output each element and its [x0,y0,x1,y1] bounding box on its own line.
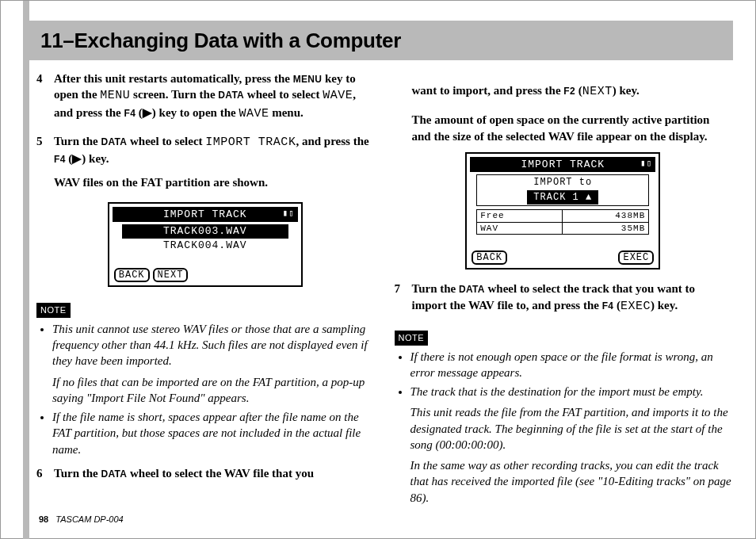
play-icon: ▶ [72,151,82,165]
lcd-screenshot-1: IMPORT TRACK ▮▯ TRACK003.WAV TRACK004.WA… [108,202,303,288]
lcd-back-button: BACK [114,268,150,282]
step-5-sub: WAV files on the FAT partition are shown… [36,174,374,190]
lcd-back-button: BACK [472,250,507,265]
step-5: 5 Turn the DATA wheel to select IMPORT T… [36,133,374,167]
page-footer: 98 TASCAM DP-004 [39,514,124,524]
step-number: 7 [395,281,401,296]
lcd-next-button: NEXT [153,268,189,282]
note-item: The track that is the destination for th… [410,384,732,506]
note-item: If the file name is short, spaces appear… [52,409,374,457]
lcd-header: IMPORT TRACK ▮▯ [470,157,655,173]
note-item: This unit cannot use stereo WAV files or… [52,321,374,406]
play-icon: ▶ [143,105,152,119]
lcd-softkeys: BACK EXEC [472,250,654,265]
right-column: want to import, and press the F2 (NEXT) … [395,71,732,507]
lcd-screenshot-2: IMPORT TRACK ▮▯ IMPORT to TRACK 1 ▲ Free… [465,152,660,270]
product-model: TASCAM DP-004 [55,514,123,524]
lcd-selected-row: TRACK003.WAV [122,224,288,239]
step-6-cont: want to import, and press the F2 (NEXT) … [395,82,732,100]
info-paragraph: The amount of open space on the currentl… [395,112,732,144]
side-strip [23,1,29,539]
lcd-header: IMPORT TRACK ▮▯ [113,207,298,223]
note-item: If there is not enough open space or the… [410,349,732,381]
step-6: 6 Turn the DATA wheel to select the WAV … [36,465,374,481]
lcd-row: TRACK004.WAV [114,239,296,253]
note-badge: NOTE [395,331,429,346]
step-7: 7 Turn the DATA wheel to select the trac… [395,281,732,315]
note-list: If there is not enough open space or the… [395,349,732,506]
chapter-title: 11–Exchanging Data with a Computer [40,29,401,53]
step-4: 4 After this unit restarts automatically… [36,71,374,122]
chapter-title-bar: 11–Exchanging Data with a Computer [29,21,733,60]
step-number: 5 [36,133,43,149]
page-number: 98 [39,514,48,524]
step-number: 4 [36,71,43,86]
page: 11–Exchanging Data with a Computer 4 Aft… [0,0,756,539]
battery-icon: ▮▯ [640,158,652,170]
lcd-exec-button: EXEC [618,250,654,265]
lcd-stats: Free438MB WAV35MB [476,209,649,235]
lcd-softkeys: BACK NEXT [114,268,296,282]
note-list: This unit cannot use stereo WAV files or… [36,321,374,457]
left-column: 4 After this unit restarts automatically… [36,71,374,507]
note-badge: NOTE [36,303,71,318]
step-number: 6 [36,465,43,481]
battery-icon: ▮▯ [283,208,295,220]
lcd-body: IMPORT to TRACK 1 ▲ [476,174,649,205]
body-columns: 4 After this unit restarts automatically… [36,71,731,507]
lcd-selected-track: TRACK 1 ▲ [527,190,598,204]
